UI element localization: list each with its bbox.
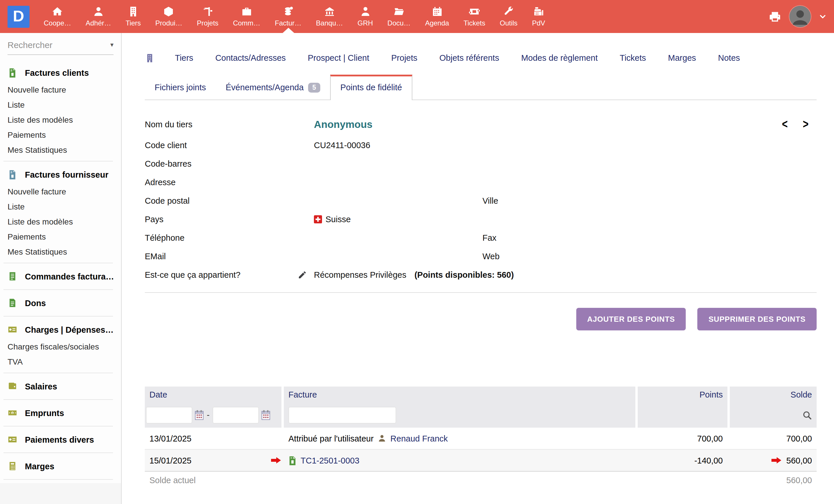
- invoice-link[interactable]: TC1-2501-0003: [301, 456, 359, 465]
- sidebar-item-paiements[interactable]: Paiements: [0, 127, 121, 142]
- topnav-item-comm[interactable]: Comm…: [225, 0, 268, 33]
- date-from-input[interactable]: [146, 407, 192, 423]
- facture-filter-input[interactable]: [288, 407, 396, 423]
- tab-modes-de-reglement[interactable]: Modes de règlement: [510, 53, 609, 63]
- subtab-label: Fichiers joints: [155, 83, 206, 92]
- topnav-item-outils[interactable]: Outils: [492, 0, 525, 33]
- subtab-points-de-fidelite[interactable]: Points de fidélité: [330, 75, 412, 100]
- sidebar-section-factures-clients[interactable]: $Factures clients: [0, 63, 121, 82]
- column-header-solde[interactable]: Solde: [730, 387, 817, 402]
- topnav-item-grh[interactable]: GRH: [350, 0, 380, 33]
- subtab-label: Points de fidélité: [340, 83, 402, 92]
- sidebar-section-title: Factures fournisseur: [25, 170, 109, 179]
- sidebar-section-emprunts[interactable]: $Emprunts: [0, 403, 121, 422]
- sidebar-item-liste-des-modeles[interactable]: Liste des modèles: [0, 214, 121, 229]
- topnav-item-projets[interactable]: Projets: [190, 0, 226, 33]
- field-label-text: Téléphone: [145, 233, 184, 243]
- chevron-down-icon[interactable]: [819, 13, 827, 20]
- topnav-item-docu[interactable]: Docu…: [380, 0, 418, 33]
- remove-points-button[interactable]: SUPPRIMER DES POINTS: [698, 308, 817, 330]
- topnav-item-label: Tiers: [126, 19, 141, 27]
- tab-projets[interactable]: Projets: [380, 53, 428, 63]
- sidebar-item-nouvelle-facture[interactable]: Nouvelle facture: [0, 82, 121, 97]
- top-menu: Coope…Adhér…TiersProdui…ProjetsComm…Fact…: [37, 0, 552, 33]
- field-row-est-ce-que-ca-appartient: Est-ce que ça appartient?Récompenses Pri…: [145, 266, 817, 284]
- field-value-text: CU2411-00036: [314, 141, 370, 150]
- search-select[interactable]: Rechercher ▾: [7, 40, 113, 55]
- field-row-telephone: TéléphoneFax: [145, 229, 817, 247]
- column-header-points[interactable]: Points: [638, 387, 727, 402]
- sidebar-section-charges-depenses[interactable]: Charges | Dépenses…: [0, 320, 121, 339]
- sidebar-section-title: Paiements divers: [25, 435, 94, 444]
- tab-tickets[interactable]: Tickets: [609, 53, 657, 63]
- sidebar-item-liste-des-modeles[interactable]: Liste des modèles: [0, 112, 121, 127]
- field-label-text: EMail: [145, 252, 166, 261]
- topnav-item-factur[interactable]: Factur…: [268, 0, 309, 33]
- topnav-item-label: PdV: [532, 19, 545, 27]
- topnav-item-coope[interactable]: Coope…: [37, 0, 79, 33]
- sidebar-item-liste[interactable]: Liste: [0, 199, 121, 214]
- thirdparty-icon: [145, 53, 155, 63]
- add-points-button[interactable]: AJOUTER DES POINTS: [576, 308, 686, 330]
- next-record-button[interactable]: >: [803, 117, 809, 132]
- table-filter-row: -: [145, 402, 817, 428]
- hrm-icon: [359, 6, 371, 17]
- sidebar-section-salaires[interactable]: Salaires: [0, 377, 121, 396]
- dolibarr-logo[interactable]: D: [7, 5, 29, 27]
- topnav-item-banqu[interactable]: Banqu…: [309, 0, 350, 33]
- field-label-fax: Fax: [482, 233, 817, 243]
- sidebar-section-title: Marges: [25, 461, 54, 471]
- solde-filter-cell: [730, 402, 817, 428]
- topnav-item-adher[interactable]: Adhér…: [79, 0, 118, 33]
- tab-marges[interactable]: Marges: [657, 53, 707, 63]
- sidebar-item-paiements[interactable]: Paiements: [0, 229, 121, 244]
- donation-icon: [7, 298, 17, 308]
- sidebar-section-title: Charges | Dépenses…: [25, 325, 113, 334]
- topnav-item-tiers[interactable]: Tiers: [118, 0, 148, 33]
- subtab-fichiers-joints[interactable]: Fichiers joints: [145, 76, 216, 99]
- invoice-supplier-icon: $: [7, 169, 17, 179]
- user-avatar[interactable]: [789, 6, 811, 27]
- cell-date: 15/01/2025: [145, 456, 282, 465]
- sidebar-section-paiements-divers[interactable]: Paiements divers: [0, 430, 121, 449]
- sidebar-section-factures-fournisseur[interactable]: $Factures fournisseur: [0, 165, 121, 184]
- facture-text: Attribué par l'utilisateur: [288, 434, 374, 443]
- previous-record-button[interactable]: <: [782, 117, 788, 132]
- sidebar-item-mes-statistiques[interactable]: Mes Statistiques: [0, 244, 121, 259]
- topnav-item-label: Factur…: [275, 19, 302, 27]
- sidebar-section-commandes-factura[interactable]: Commandes factura…: [0, 267, 121, 286]
- sidebar-item-liste[interactable]: Liste: [0, 97, 121, 112]
- subtab-evenements-agenda[interactable]: Événements/Agenda5: [216, 76, 330, 99]
- sidebar-item-charges-fiscales-sociales[interactable]: Charges fiscales/sociales: [0, 339, 121, 354]
- field-value-text: Récompenses Privilèges: [314, 270, 406, 279]
- column-header-facture[interactable]: Facture: [284, 387, 635, 402]
- topnav-item-tickets[interactable]: Tickets: [456, 0, 492, 33]
- sidebar-divider: [3, 289, 113, 290]
- search-icon[interactable]: [802, 410, 812, 420]
- column-header-date[interactable]: Date: [145, 387, 282, 402]
- user-link[interactable]: Renaud Franck: [390, 434, 448, 443]
- sidebar-item-nouvelle-facture[interactable]: Nouvelle facture: [0, 184, 121, 199]
- tab-prospect-client[interactable]: Prospect | Client: [297, 53, 380, 63]
- sidebar-item-tva[interactable]: TVA: [0, 354, 121, 369]
- table-body: 13/01/2025Attribué par l'utilisateurRena…: [145, 428, 817, 471]
- topnav-item-pdv[interactable]: PdV: [525, 0, 552, 33]
- calendar-icon[interactable]: [195, 410, 204, 420]
- record-tabs: TiersContacts/AdressesProspect | ClientP…: [145, 51, 817, 65]
- topnav-item-produi[interactable]: Produi…: [148, 0, 190, 33]
- tab-objets-referents[interactable]: Objets référents: [428, 53, 510, 63]
- calendar-icon[interactable]: [261, 410, 270, 420]
- tab-contacts-adresses[interactable]: Contacts/Adresses: [204, 53, 297, 63]
- cell-facture: $TC1-2501-0003: [284, 456, 635, 465]
- solde-value: 560,00: [786, 456, 812, 465]
- topnav-item-agenda[interactable]: Agenda: [418, 0, 456, 33]
- sidebar-section-dons[interactable]: Dons: [0, 293, 121, 313]
- sidebar-item-mes-statistiques[interactable]: Mes Statistiques: [0, 142, 121, 157]
- sidebar-section-marges[interactable]: Marges: [0, 457, 121, 476]
- tab-notes[interactable]: Notes: [707, 53, 751, 63]
- pencil-icon[interactable]: [298, 270, 307, 279]
- section-divider: [145, 292, 817, 293]
- print-icon[interactable]: [769, 10, 781, 23]
- tab-tiers[interactable]: Tiers: [164, 53, 204, 63]
- date-to-input[interactable]: [213, 407, 259, 423]
